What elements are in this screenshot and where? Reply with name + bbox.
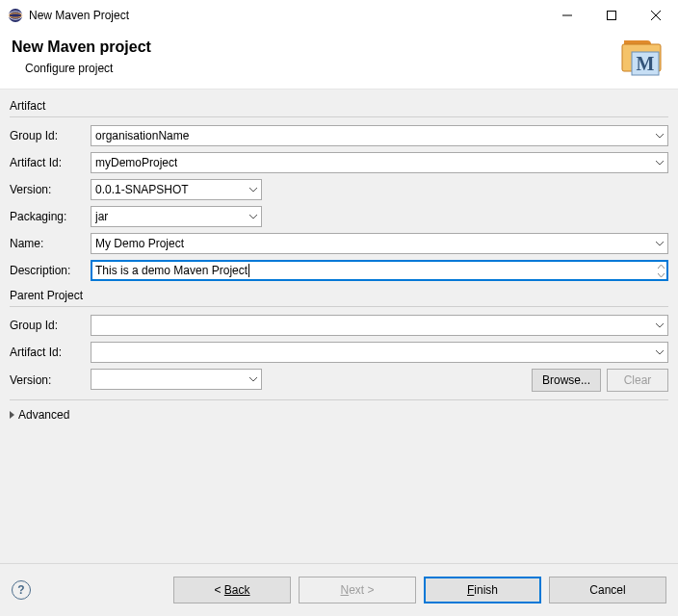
parent-version-label: Version: [10, 373, 91, 387]
parent-project-group: Parent Project Group Id: Artifact Id: [10, 289, 668, 392]
svg-text:M: M [637, 53, 655, 74]
group-id-label: Group Id: [10, 129, 91, 142]
name-field[interactable]: My Demo Project [91, 233, 668, 254]
artifact-group: Artifact Group Id: organisationName Arti… [10, 99, 668, 281]
artifact-id-field[interactable]: myDemoProject [91, 152, 668, 173]
divider [10, 116, 668, 117]
finish-button[interactable]: Finish [424, 577, 541, 603]
divider [10, 399, 668, 400]
group-id-field[interactable]: organisationName [91, 125, 668, 146]
page-title: New Maven project [12, 38, 666, 56]
name-label: Name: [10, 237, 91, 250]
chevron-down-icon [656, 319, 664, 332]
titlebar: New Maven Project [0, 0, 678, 31]
description-field[interactable]: This is a demo Maven Project [91, 260, 668, 281]
close-button[interactable] [634, 0, 678, 31]
page-subtitle: Configure project [25, 62, 666, 75]
window-title: New Maven Project [29, 9, 129, 22]
wizard-content: Artifact Group Id: organisationName Arti… [0, 90, 678, 563]
chevron-down-icon [656, 237, 664, 250]
back-button[interactable]: < Back [173, 577, 291, 603]
version-label: Version: [10, 183, 91, 196]
browse-button[interactable]: Browse... [532, 369, 601, 392]
dialog-window: New Maven Project New Maven project Conf… [0, 0, 678, 616]
chevron-down-icon [249, 183, 257, 196]
version-field[interactable]: 0.0.1-SNAPSHOT [91, 179, 262, 200]
text-caret [248, 264, 249, 277]
spinner-icon[interactable] [655, 262, 666, 279]
maximize-button[interactable] [589, 0, 634, 31]
packaging-label: Packaging: [10, 210, 91, 223]
artifact-legend: Artifact [10, 99, 668, 115]
parent-group-id-label: Group Id: [10, 319, 91, 332]
chevron-down-icon [656, 129, 664, 142]
parent-version-field[interactable] [91, 369, 262, 390]
chevron-down-icon [249, 372, 257, 386]
maven-banner-icon: M [618, 37, 665, 79]
parent-artifact-id-field[interactable] [91, 342, 668, 363]
divider [10, 306, 668, 307]
advanced-expander[interactable]: Advanced [10, 408, 668, 422]
svg-rect-4 [608, 12, 616, 20]
packaging-field[interactable]: jar [91, 206, 262, 227]
eclipse-icon [8, 8, 23, 23]
help-icon[interactable]: ? [12, 580, 31, 600]
minimize-button[interactable] [545, 0, 589, 31]
cancel-button[interactable]: Cancel [549, 577, 666, 603]
wizard-header: New Maven project Configure project M [0, 31, 678, 90]
chevron-down-icon [249, 210, 257, 223]
clear-button[interactable]: Clear [607, 369, 668, 392]
wizard-footer: ? < Back Next > Finish Cancel [0, 563, 678, 616]
chevron-down-icon [656, 346, 664, 359]
artifact-id-label: Artifact Id: [10, 156, 91, 169]
parent-legend: Parent Project [10, 289, 668, 304]
parent-group-id-field[interactable] [91, 315, 668, 336]
next-button[interactable]: Next > [299, 577, 416, 603]
parent-artifact-id-label: Artifact Id: [10, 346, 91, 359]
description-label: Description: [10, 264, 91, 277]
svg-point-0 [9, 9, 22, 22]
advanced-label: Advanced [18, 408, 69, 422]
chevron-down-icon [656, 156, 664, 169]
triangle-right-icon [10, 411, 14, 419]
